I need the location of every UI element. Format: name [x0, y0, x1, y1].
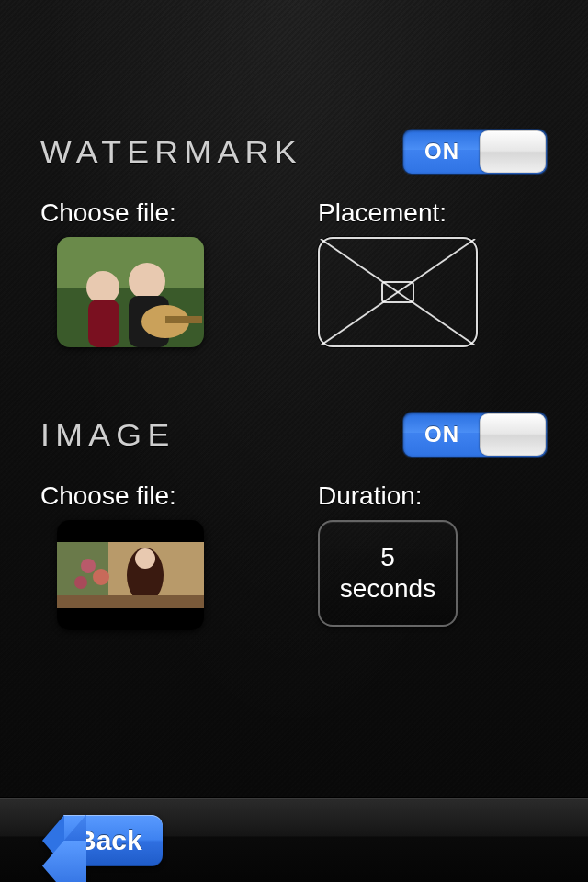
- back-button[interactable]: Back: [42, 815, 163, 866]
- svg-point-2: [86, 271, 119, 304]
- svg-rect-18: [57, 595, 204, 608]
- image-choose-file-label: Choose file:: [40, 481, 270, 511]
- toggle-knob: [480, 130, 546, 173]
- bottom-toolbar: Back: [0, 797, 588, 882]
- watermark-header: Watermark ON: [40, 129, 548, 175]
- image-duration-selector[interactable]: 5 seconds: [318, 520, 458, 627]
- svg-point-13: [81, 559, 96, 573]
- photo-icon: [57, 237, 204, 347]
- toggle-knob: [480, 413, 546, 456]
- svg-point-14: [93, 569, 109, 585]
- image-file-thumbnail[interactable]: [57, 520, 204, 630]
- watermark-section: Watermark ON Choose file:: [40, 129, 548, 347]
- photo-icon: [57, 520, 204, 630]
- svg-point-15: [74, 576, 87, 589]
- svg-point-4: [129, 263, 165, 300]
- watermark-choose-file-label: Choose file:: [40, 198, 270, 228]
- watermark-placement-label: Placement:: [318, 198, 548, 228]
- image-section: Image ON Choose file:: [40, 412, 548, 630]
- back-arrow-icon: [42, 815, 64, 866]
- image-duration-label: Duration:: [318, 481, 548, 511]
- image-header: Image ON: [40, 412, 548, 458]
- watermark-toggle-label: ON: [403, 130, 481, 174]
- image-toggle[interactable]: ON: [402, 412, 548, 458]
- svg-point-17: [135, 548, 155, 569]
- watermark-title: Watermark: [40, 134, 302, 170]
- svg-rect-3: [88, 300, 119, 347]
- settings-panel: Watermark ON Choose file:: [0, 129, 588, 695]
- duration-value: 5: [380, 542, 395, 573]
- watermark-toggle[interactable]: ON: [402, 129, 548, 175]
- placement-center-indicator: [381, 281, 414, 303]
- watermark-file-thumbnail[interactable]: [57, 237, 204, 347]
- svg-rect-7: [165, 316, 202, 323]
- duration-unit: seconds: [340, 573, 435, 605]
- watermark-placement-selector[interactable]: [318, 237, 478, 347]
- image-toggle-label: ON: [403, 413, 481, 457]
- image-title: Image: [40, 417, 175, 453]
